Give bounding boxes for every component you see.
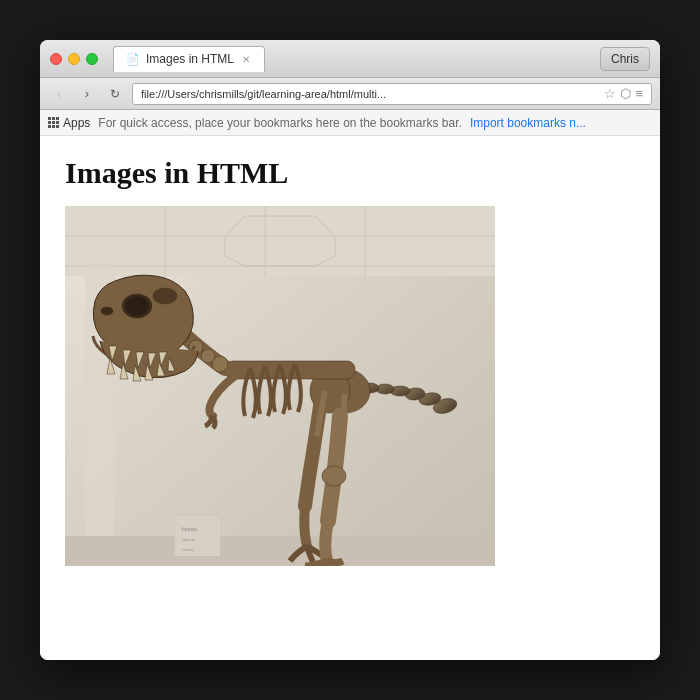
nav-bar: ‹ › ↻ file:///Users/chrismills/git/learn… <box>40 78 660 110</box>
address-bar[interactable]: file:///Users/chrismills/git/learning-ar… <box>132 83 652 105</box>
menu-icon[interactable]: ≡ <box>635 86 643 101</box>
apps-grid-icon <box>48 117 59 128</box>
apps-label: Apps <box>63 116 90 130</box>
svg-text:Natural: Natural <box>182 537 195 542</box>
forward-button[interactable]: › <box>76 83 98 105</box>
svg-text:forests: forests <box>182 526 198 532</box>
svg-point-26 <box>125 296 149 316</box>
forward-icon: › <box>85 86 89 101</box>
page-title: Images in HTML <box>65 156 635 190</box>
active-tab[interactable]: 📄 Images in HTML ✕ <box>113 46 265 72</box>
import-bookmarks-link[interactable]: Import bookmarks n... <box>470 116 586 130</box>
svg-point-28 <box>153 288 177 304</box>
trex-skeleton-image: forests Natural History <box>65 206 495 566</box>
title-bar: 📄 Images in HTML ✕ Chris <box>40 40 660 78</box>
address-text: file:///Users/chrismills/git/learning-ar… <box>141 88 600 100</box>
tab-icon: 📄 <box>126 53 140 66</box>
tab-title: Images in HTML <box>146 52 234 66</box>
svg-point-27 <box>101 307 113 315</box>
browser-window: 📄 Images in HTML ✕ Chris ‹ › ↻ file:///U… <box>40 40 660 660</box>
refresh-button[interactable]: ↻ <box>104 83 126 105</box>
bookmark-star-icon[interactable]: ☆ <box>604 86 616 101</box>
apps-button[interactable]: Apps <box>48 116 90 130</box>
bookmarks-message: For quick access, place your bookmarks h… <box>98 116 462 130</box>
back-button[interactable]: ‹ <box>48 83 70 105</box>
refresh-icon: ↻ <box>110 87 120 101</box>
tab-bar: 📄 Images in HTML ✕ <box>113 46 600 72</box>
page-content: Images in HTML <box>40 136 660 660</box>
dinosaur-image-container: forests Natural History <box>65 206 495 566</box>
svg-point-21 <box>201 349 215 363</box>
tab-close-button[interactable]: ✕ <box>240 54 252 65</box>
minimize-button[interactable] <box>68 53 80 65</box>
svg-point-40 <box>322 466 346 486</box>
svg-text:History: History <box>182 547 194 552</box>
svg-rect-10 <box>65 536 495 566</box>
maximize-button[interactable] <box>86 53 98 65</box>
user-profile[interactable]: Chris <box>600 47 650 71</box>
traffic-lights <box>50 53 98 65</box>
bookmarks-bar: Apps For quick access, place your bookma… <box>40 110 660 136</box>
close-button[interactable] <box>50 53 62 65</box>
back-icon: ‹ <box>57 86 61 101</box>
shield-icon: ⬡ <box>620 86 631 101</box>
